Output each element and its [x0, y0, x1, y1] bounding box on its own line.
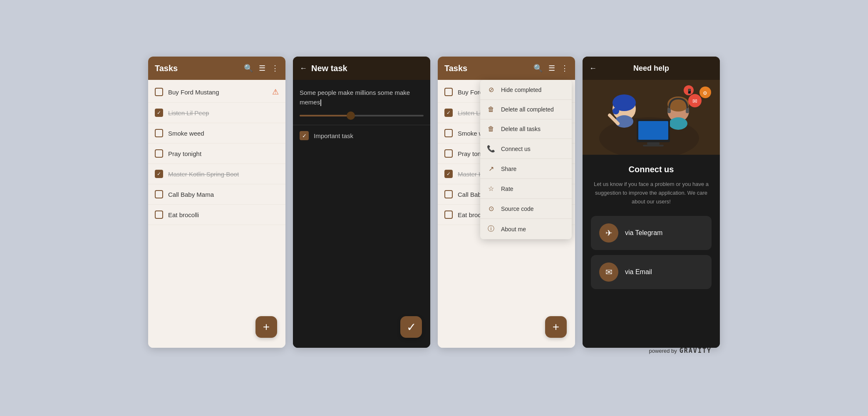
task-checkbox[interactable] [155, 109, 163, 117]
task-item[interactable]: Master Kotlin Spring Boot [148, 164, 285, 184]
add-task-button-3[interactable]: + [545, 316, 567, 338]
dropdown-item-icon: ☆ [487, 185, 495, 193]
task-item[interactable]: Pray tonight [148, 144, 285, 164]
task-label: Listen Lil Peep [168, 109, 279, 116]
search-icon-1[interactable]: 🔍 [244, 64, 253, 73]
important-task-row[interactable]: Important task [293, 125, 430, 146]
svg-text:⚙: ⚙ [703, 90, 707, 96]
telegram-button[interactable]: ✈ via Telegram [591, 216, 712, 250]
task-label: Buy Ford Mustang [168, 89, 267, 96]
task-checkbox[interactable] [444, 170, 453, 178]
important-checkbox[interactable] [300, 131, 309, 140]
dropdown-item[interactable]: ↗Share [480, 159, 572, 179]
task-checkbox[interactable] [155, 210, 163, 219]
header-back-2: ← New task [300, 64, 347, 73]
help-header: ← Need help [583, 57, 720, 80]
header-2: ← New task [293, 57, 430, 80]
task-checkbox[interactable] [444, 149, 453, 158]
dropdown-item-label: Share [501, 166, 516, 172]
dropdown-item-label: Delete all completed [501, 106, 554, 113]
svg-rect-10 [686, 108, 689, 113]
save-task-button[interactable]: ✓ [400, 316, 422, 338]
svg-text:📱: 📱 [687, 88, 692, 94]
task-alert-icon: ⚠ [272, 87, 279, 97]
more-icon-1[interactable]: ⋮ [271, 64, 279, 73]
task-checkbox[interactable] [155, 88, 163, 96]
task-checkbox[interactable] [155, 170, 163, 178]
slider-fill [300, 115, 349, 116]
task-list-1: Buy Ford Mustang⚠Listen Lil PeepSmoke we… [148, 80, 285, 348]
svg-point-7 [669, 117, 687, 130]
task-checkbox[interactable] [444, 129, 453, 137]
header-1: Tasks 🔍 ☰ ⋮ [148, 57, 285, 80]
task-checkbox[interactable] [155, 149, 163, 158]
svg-rect-13 [647, 142, 660, 145]
task-checkbox[interactable] [444, 190, 453, 198]
task-input-area[interactable]: Some people make millions some make meme… [293, 80, 430, 125]
svg-text:✉: ✉ [692, 98, 697, 104]
task-item[interactable]: Call Baby Mama [148, 184, 285, 205]
new-task-body: Some people make millions some make meme… [293, 80, 430, 348]
svg-point-4 [613, 108, 619, 114]
telegram-icon: ✈ [599, 223, 618, 243]
dropdown-item-icon: ↗ [487, 165, 495, 173]
dropdown-item[interactable]: 🗑Delete all tasks [480, 119, 572, 139]
header-icons-3: 🔍 ☰ ⋮ [533, 64, 568, 73]
task-label: Eat brocolli [168, 211, 279, 218]
dropdown-item[interactable]: ⊙Source code [480, 199, 572, 219]
task-checkbox[interactable] [444, 88, 453, 96]
dropdown-item-icon: 🗑 [487, 106, 495, 113]
text-cursor [320, 99, 321, 106]
email-label: via Email [625, 268, 652, 276]
filter-icon-3[interactable]: ☰ [548, 64, 555, 73]
dropdown-item-label: Hide completed [501, 87, 541, 93]
task-checkbox[interactable] [444, 210, 453, 219]
help-title: Need help [633, 64, 669, 73]
back-icon-4[interactable]: ← [589, 64, 597, 73]
dropdown-menu: ⊘Hide completed🗑Delete all completed🗑Del… [480, 80, 572, 239]
task-checkbox[interactable] [444, 109, 453, 117]
dropdown-item[interactable]: 📞Connect us [480, 139, 572, 159]
screens-container: Tasks 🔍 ☰ ⋮ Buy Ford Mustang⚠Listen Lil … [148, 57, 720, 348]
search-icon-3[interactable]: 🔍 [533, 64, 543, 73]
brand-name: GRAVITY [680, 347, 712, 354]
task-item[interactable]: Listen Lil Peep [148, 103, 285, 123]
connect-desc: Let us know if you face a problem or you… [591, 180, 712, 206]
screen-help: ← Need help [583, 57, 720, 348]
dropdown-item-label: About me [501, 226, 526, 233]
dropdown-item[interactable]: ⓘAbout me [480, 219, 572, 239]
email-button[interactable]: ✉ via Email [591, 255, 712, 289]
task-label: Master Kotlin Spring Boot [168, 171, 279, 178]
slider-thumb [347, 111, 355, 120]
task-checkbox[interactable] [155, 190, 163, 198]
task-checkbox[interactable] [155, 129, 163, 137]
email-icon: ✉ [599, 262, 618, 282]
task-item[interactable]: Eat brocolli [148, 205, 285, 225]
task-item[interactable]: Buy Ford Mustang⚠ [148, 82, 285, 103]
dropdown-item[interactable]: 🗑Delete all completed [480, 100, 572, 119]
screen-new-task: ← New task Some people make millions som… [293, 57, 430, 348]
powered-by-text: powered by [649, 348, 677, 354]
connect-title: Connect us [591, 165, 712, 174]
svg-rect-12 [638, 121, 668, 140]
task-text-display: Some people make millions some make meme… [300, 88, 424, 109]
header-3: Tasks 🔍 ☰ ⋮ [438, 57, 575, 80]
back-icon-2[interactable]: ← [300, 64, 307, 73]
dropdown-item-label: Rate [501, 186, 513, 192]
screen1-title: Tasks [155, 64, 178, 73]
dropdown-item-label: Source code [501, 206, 534, 212]
dropdown-item[interactable]: ⊘Hide completed [480, 80, 572, 100]
filter-icon-1[interactable]: ☰ [259, 64, 265, 73]
dropdown-item[interactable]: ☆Rate [480, 179, 572, 199]
dropdown-item-icon: 🗑 [487, 125, 495, 133]
dropdown-item-icon: ⓘ [487, 225, 495, 233]
more-icon-3[interactable]: ⋮ [561, 64, 568, 73]
task-priority-slider[interactable] [300, 115, 424, 116]
svg-rect-14 [643, 145, 664, 146]
dropdown-item-icon: ⊙ [487, 205, 495, 213]
screen2-title: New task [311, 64, 347, 73]
task-item[interactable]: Smoke weed [148, 123, 285, 144]
dropdown-item-label: Connect us [501, 146, 531, 152]
add-task-button-1[interactable]: + [255, 316, 277, 338]
screen3-title: Tasks [444, 64, 467, 73]
